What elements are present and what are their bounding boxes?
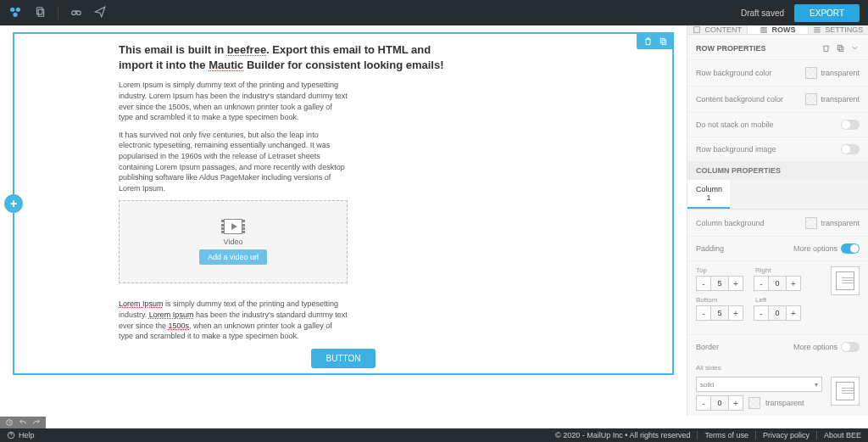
svg-point-6: [77, 11, 81, 15]
svg-rect-17: [839, 47, 843, 52]
svg-point-0: [10, 8, 14, 12]
copy-icon[interactable]: [34, 6, 46, 20]
svg-rect-4: [38, 9, 43, 16]
toggle-switch[interactable]: [841, 243, 860, 254]
svg-rect-13: [815, 27, 821, 28]
padding-right-stepper[interactable]: -0+: [754, 276, 801, 291]
all-sides-label: All sides: [696, 364, 860, 372]
heading-text[interactable]: This email is built in beefree. Export t…: [119, 42, 568, 73]
editor-canvas-area: + This email is built in beefree. Export…: [0, 25, 687, 416]
paragraph-3[interactable]: Lorem Ipsum is simply dummy text of the …: [119, 299, 348, 341]
cta-button[interactable]: BUTTON: [311, 349, 376, 368]
svg-rect-12: [761, 31, 768, 33]
color-swatch-icon[interactable]: [805, 93, 817, 105]
delete-icon[interactable]: [642, 35, 654, 47]
column-1-tab[interactable]: Column 1: [687, 180, 730, 209]
svg-rect-15: [815, 31, 821, 32]
duplicate-icon[interactable]: [657, 35, 669, 47]
svg-rect-8: [662, 40, 666, 45]
color-swatch-icon[interactable]: [748, 397, 760, 409]
svg-rect-10: [761, 27, 768, 29]
top-toolbar: Draft saved EXPORT: [0, 0, 868, 25]
column-properties-header: COLUMN PROPERTIES: [687, 161, 868, 180]
svg-point-2: [13, 13, 17, 17]
about-link[interactable]: About BEE: [816, 431, 861, 439]
prop-do-not-stack[interactable]: Do not stack on mobile: [687, 112, 868, 137]
terms-link[interactable]: Terms of use: [697, 431, 748, 439]
svg-point-1: [16, 8, 20, 12]
prop-border-header: Border More options: [687, 334, 868, 359]
help-link[interactable]: Help: [19, 431, 35, 439]
svg-rect-11: [761, 30, 768, 31]
svg-rect-14: [815, 30, 821, 31]
row-action-toolbar: [637, 32, 674, 49]
paragraph-2[interactable]: It has survived not only five centuries,…: [119, 130, 348, 194]
footer-bar: Help © 2020 - MailUp Inc • All rights re…: [0, 428, 868, 442]
padding-bottom-stepper[interactable]: -5+: [696, 305, 743, 321]
help-icon[interactable]: [7, 431, 15, 439]
privacy-link[interactable]: Privacy policy: [755, 431, 810, 439]
padding-diagram-icon: [831, 266, 860, 295]
border-style-select[interactable]: solid▾: [696, 377, 822, 392]
trash-icon[interactable]: [821, 43, 831, 53]
svg-point-5: [72, 11, 76, 15]
tab-content[interactable]: CONTENT: [687, 25, 748, 34]
add-video-url-button[interactable]: Add a video url: [199, 249, 267, 265]
padding-left-stepper[interactable]: -0+: [754, 305, 801, 321]
redo-icon[interactable]: [32, 418, 41, 427]
chevron-down-icon[interactable]: [850, 43, 860, 53]
prop-row-bg-image[interactable]: Row background image: [687, 137, 868, 161]
binoculars-icon[interactable]: [70, 6, 82, 20]
toggle-switch[interactable]: [841, 120, 860, 130]
border-diagram-icon: [831, 377, 860, 406]
history-icon[interactable]: [5, 418, 14, 427]
properties-panel: CONTENT ROWS SETTINGS ROW PROPERTIES Row…: [687, 25, 868, 416]
copyright-text: © 2020 - MailUp Inc • All rights reserve…: [548, 431, 690, 439]
draft-status: Draft saved: [741, 8, 784, 18]
toggle-switch[interactable]: [841, 144, 860, 154]
video-label: Video: [224, 238, 243, 246]
svg-rect-3: [37, 8, 42, 14]
svg-rect-9: [694, 27, 700, 33]
paragraph-1[interactable]: Lorem Ipsum is simply dummy text of the …: [119, 80, 348, 122]
undo-icon[interactable]: [19, 418, 27, 427]
video-placeholder-block[interactable]: Video Add a video url: [119, 200, 348, 283]
tab-settings[interactable]: SETTINGS: [809, 25, 868, 34]
padding-top-stepper[interactable]: -5+: [696, 276, 743, 291]
send-icon[interactable]: [94, 6, 106, 20]
export-button[interactable]: EXPORT: [794, 4, 860, 22]
border-width-stepper[interactable]: -0+: [696, 395, 743, 411]
prop-column-bg[interactable]: Column background transparent: [687, 210, 868, 236]
app-logo-icon[interactable]: [8, 5, 22, 20]
svg-rect-7: [660, 38, 665, 43]
prop-content-bg-color[interactable]: Content background color transparent: [687, 86, 868, 112]
add-row-button[interactable]: +: [4, 194, 23, 213]
prop-row-bg-color[interactable]: Row background color transparent: [687, 59, 868, 86]
padding-controls: TopRight -5+ -0+ BottomLeft -5+ -0+: [687, 260, 868, 334]
toggle-switch[interactable]: [841, 342, 860, 352]
history-toolbar: [0, 417, 46, 428]
copy-row-icon[interactable]: [836, 43, 845, 53]
tab-rows[interactable]: ROWS: [748, 25, 808, 34]
color-swatch-icon[interactable]: [805, 67, 817, 79]
selected-row[interactable]: + This email is built in beefree. Export…: [13, 32, 674, 375]
prop-padding-header: Padding More options: [687, 236, 868, 260]
row-properties-header: ROW PROPERTIES: [687, 35, 868, 59]
color-swatch-icon[interactable]: [805, 217, 817, 229]
svg-rect-16: [837, 45, 842, 50]
video-icon: [224, 219, 242, 234]
